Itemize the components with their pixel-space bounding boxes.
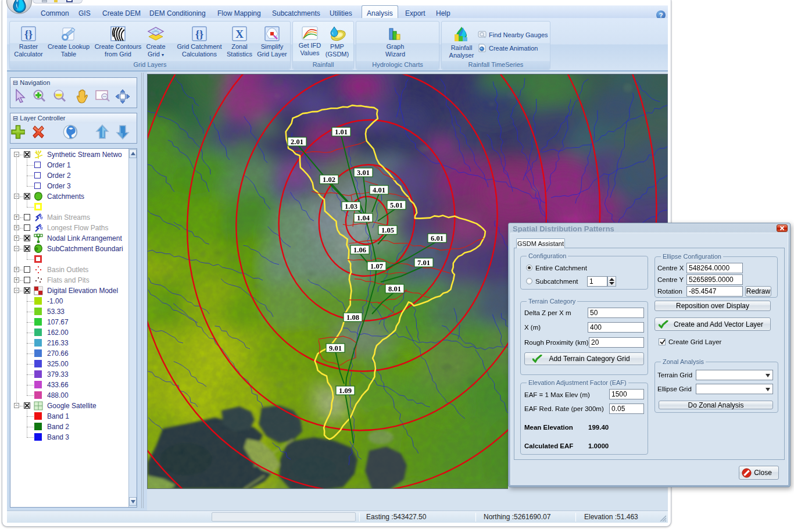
svg-text:{}: {} (195, 28, 203, 40)
svg-text:7.01: 7.01 (417, 259, 430, 267)
svg-text:1.07: 1.07 (370, 262, 383, 270)
svg-text:1.03: 1.03 (345, 202, 357, 210)
svg-text:{}: {} (24, 28, 33, 40)
svg-text:8.01: 8.01 (388, 285, 401, 293)
svg-text:1.05: 1.05 (381, 226, 394, 234)
svg-text:2.01: 2.01 (291, 138, 303, 146)
svg-text:5.01: 5.01 (390, 201, 403, 209)
svg-text:4.01: 4.01 (373, 186, 385, 194)
svg-text:6.01: 6.01 (431, 234, 444, 242)
svg-text:1.01: 1.01 (335, 128, 348, 136)
svg-text:9.01: 9.01 (329, 344, 342, 352)
svg-text:1.08: 1.08 (346, 313, 359, 322)
svg-text:X: X (235, 28, 244, 40)
svg-text:3.01: 3.01 (357, 169, 370, 177)
svg-text:1.06: 1.06 (353, 246, 366, 254)
svg-text:1.04: 1.04 (357, 214, 370, 222)
svg-text:1.02: 1.02 (323, 176, 335, 184)
svg-text:1.09: 1.09 (339, 387, 352, 395)
